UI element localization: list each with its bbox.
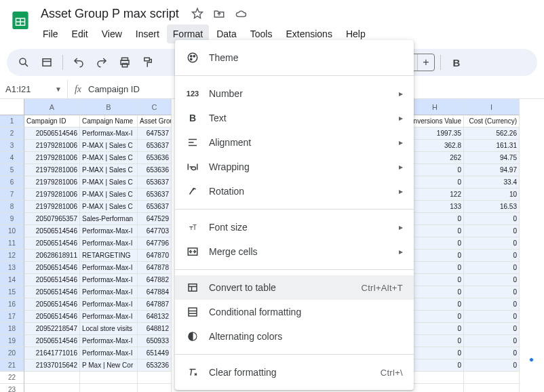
menu-merge-cells[interactable]: Merge cells ▸	[175, 239, 414, 264]
col-header-c[interactable]: C	[138, 99, 172, 115]
cell[interactable]: 1997.35	[406, 128, 464, 140]
cell[interactable]: Campaign Name	[80, 115, 138, 128]
cell[interactable]: 0	[464, 213, 520, 225]
row-header[interactable]: 16	[0, 298, 24, 311]
cell[interactable]: Performax-Max-I	[80, 225, 138, 237]
cell[interactable]: 647870	[138, 250, 172, 262]
cell[interactable]: 21641771016	[24, 347, 80, 359]
cell[interactable]: Performax-Max-I	[80, 298, 138, 311]
cell[interactable]: 0	[406, 237, 464, 250]
cell[interactable]: P-MAX | Sales C	[80, 140, 138, 152]
cell[interactable]: 20507965357	[24, 213, 80, 225]
cell[interactable]: 21979281006	[24, 152, 80, 164]
cell[interactable]: P-MAX | Sales C	[80, 176, 138, 189]
selection-handle[interactable]	[529, 357, 534, 362]
cell[interactable]: 650933	[138, 335, 172, 347]
cell[interactable]: 122	[406, 189, 464, 201]
menu-wrapping[interactable]: Wrapping ▸	[175, 155, 414, 179]
search-icon[interactable]	[14, 52, 34, 73]
cell[interactable]: 20506514546	[24, 274, 80, 286]
row-header[interactable]: 23	[0, 384, 24, 392]
cell[interactable]	[464, 372, 520, 384]
cell[interactable]: Sales-Performan	[80, 213, 138, 225]
move-icon[interactable]	[213, 7, 225, 20]
cell[interactable]: Asset Group	[138, 115, 172, 128]
cell[interactable]: 647537	[138, 128, 172, 140]
cell[interactable]: 0	[464, 225, 520, 237]
cell[interactable]: 0	[464, 347, 520, 359]
row-header[interactable]: 11	[0, 237, 24, 250]
cell[interactable]: 647878	[138, 262, 172, 274]
cell[interactable]: 20506514546	[24, 286, 80, 298]
row-header[interactable]: 6	[0, 176, 24, 189]
cell[interactable]: 0	[464, 359, 520, 372]
select-all-corner[interactable]	[0, 99, 24, 115]
cell[interactable]: 20506514546	[24, 237, 80, 250]
cell[interactable]: 653637	[138, 201, 172, 213]
cell[interactable]: 648132	[138, 311, 172, 323]
menu-clear-formatting[interactable]: Clear formatting Ctrl+\	[175, 360, 414, 385]
cell[interactable]: 0	[464, 262, 520, 274]
row-header[interactable]: 4	[0, 152, 24, 164]
cell[interactable]: 0	[464, 286, 520, 298]
cell[interactable]: 133	[406, 201, 464, 213]
cell[interactable]: Performax-Max-I	[80, 262, 138, 274]
cell[interactable]: 21979281006	[24, 176, 80, 189]
menu-conditional-formatting[interactable]: Conditional formatting	[175, 300, 414, 324]
row-header[interactable]: 13	[0, 262, 24, 274]
menu-file[interactable]: File	[37, 24, 64, 43]
cell[interactable]: 647703	[138, 225, 172, 237]
star-icon[interactable]	[191, 7, 203, 20]
menu-insert[interactable]: Insert	[130, 24, 166, 43]
cell[interactable]: 647796	[138, 237, 172, 250]
cloud-icon[interactable]	[235, 7, 247, 20]
cell[interactable]: 10	[464, 189, 520, 201]
cell[interactable]: 20506514546	[24, 128, 80, 140]
cell[interactable]: Performax-Max-I	[80, 347, 138, 359]
col-header-a[interactable]: A	[24, 99, 80, 115]
cell[interactable]: P Max | New Cor	[80, 359, 138, 372]
menu-edit[interactable]: Edit	[66, 24, 94, 43]
cell[interactable]: 20628618911	[24, 250, 80, 262]
cell[interactable]: Performax-Max-I	[80, 335, 138, 347]
cell[interactable]: Performax-Max-I	[80, 311, 138, 323]
menu-view[interactable]: View	[96, 24, 128, 43]
cell[interactable]: 21979281006	[24, 201, 80, 213]
cell[interactable]: Performax-Max-I	[80, 274, 138, 286]
cell[interactable]: 20506514546	[24, 335, 80, 347]
cell[interactable]: 0	[406, 286, 464, 298]
cell[interactable]: 0	[406, 262, 464, 274]
cell[interactable]: 161.31	[464, 140, 520, 152]
cell[interactable]	[406, 384, 464, 392]
cell[interactable]: 0	[406, 347, 464, 359]
menu-font-size[interactable]: ᴛT Font size ▸	[175, 215, 414, 239]
cell[interactable]: 0	[406, 311, 464, 323]
cell[interactable]: 94.97	[464, 164, 520, 176]
cell[interactable]: 647882	[138, 274, 172, 286]
cell[interactable]: 20506514546	[24, 311, 80, 323]
cell[interactable]: 20506514546	[24, 225, 80, 237]
row-header[interactable]: 19	[0, 335, 24, 347]
col-header-i[interactable]: I	[464, 99, 520, 115]
name-box[interactable]: A1:I21 ▼	[0, 80, 68, 98]
cell[interactable]: 0	[406, 176, 464, 189]
cell[interactable]: P-MAX | Sales C	[80, 201, 138, 213]
cell[interactable]	[24, 384, 80, 392]
cell[interactable]: 0	[464, 274, 520, 286]
bold-icon[interactable]: B	[446, 52, 467, 73]
menu-theme[interactable]: Theme	[175, 45, 414, 70]
cell[interactable]: 0	[464, 335, 520, 347]
cell[interactable]: 653636	[138, 164, 172, 176]
cell[interactable]: 21979281006	[24, 140, 80, 152]
row-header[interactable]: 17	[0, 311, 24, 323]
cell[interactable]: Local store visits	[80, 323, 138, 335]
menu-number[interactable]: 123 Number ▸	[175, 81, 414, 106]
row-header[interactable]: 22	[0, 372, 24, 384]
cell[interactable]: 653636	[138, 152, 172, 164]
row-header[interactable]: 7	[0, 189, 24, 201]
cell[interactable]: 20506514546	[24, 262, 80, 274]
cell[interactable]: 653637	[138, 176, 172, 189]
cell[interactable]: RETARGETING	[80, 250, 138, 262]
cell[interactable]: 0	[406, 250, 464, 262]
cell[interactable]: 647529	[138, 213, 172, 225]
